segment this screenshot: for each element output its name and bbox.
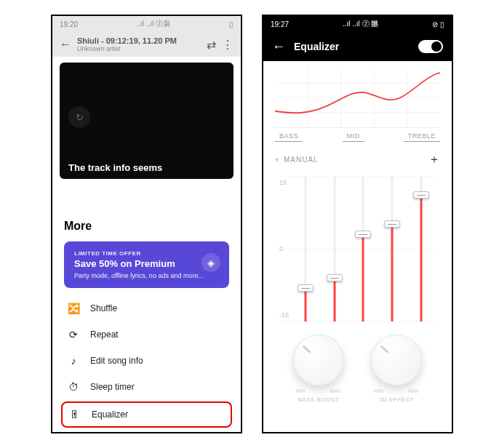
menu-sleep-timer[interactable]: ⏱ Sleep timer bbox=[64, 374, 229, 400]
band-bass[interactable]: BASS bbox=[275, 132, 303, 142]
eq-slider-2[interactable] bbox=[320, 176, 349, 321]
eq-slider-5[interactable] bbox=[407, 176, 436, 321]
repeat-icon: ⟳ bbox=[67, 329, 80, 340]
knobs-row: MINMAX BASS BOOST MINMAX 3D EFFECT bbox=[275, 335, 440, 403]
enable-toggle[interactable] bbox=[418, 40, 443, 53]
phone-right: 19:27 ..ıl ..ıl ⓩ 嬲 ⊘ ▯ ← Equalizer BASS… bbox=[262, 15, 453, 433]
track-title: Shiuli - 09:12:19, 11.20 PM bbox=[77, 36, 201, 45]
menu-label: Repeat bbox=[90, 329, 119, 340]
battery-icon: ⊘ ▯ bbox=[432, 20, 444, 28]
band-labels: BASS MID TREBLE bbox=[275, 132, 440, 142]
art-message: The track info seems bbox=[68, 162, 162, 173]
preset-row: ▾MANUAL ＋ bbox=[275, 152, 440, 167]
status-time: 19:27 bbox=[271, 20, 289, 28]
battery-icon: ▯ bbox=[229, 20, 233, 28]
refresh-icon[interactable]: ↻ bbox=[68, 106, 90, 128]
menu-label: Equalizer bbox=[92, 409, 128, 420]
menu-repeat[interactable]: ⟳ Repeat bbox=[64, 321, 229, 348]
diamond-icon: ◈ bbox=[201, 253, 220, 272]
note-icon: ♪ bbox=[67, 355, 80, 367]
status-bar: 19:20 ..ıl ..ıl ⓩ枭 ▯ bbox=[52, 16, 241, 32]
add-preset-icon[interactable]: ＋ bbox=[428, 152, 440, 167]
more-sheet: More LIMITED TIME OFFER Save 50% on Prem… bbox=[52, 207, 241, 432]
eq-body: BASS MID TREBLE ▾MANUAL ＋ 150-15 MINMAX … bbox=[263, 61, 452, 410]
menu-label: Shuffle bbox=[90, 303, 117, 313]
phone-left: 19:20 ..ıl ..ıl ⓩ枭 ▯ ← Shiuli - 09:12:19… bbox=[51, 15, 242, 433]
status-time: 19:20 bbox=[60, 20, 78, 28]
eq-slider-4[interactable] bbox=[378, 176, 407, 321]
back-arrow-icon[interactable]: ← bbox=[272, 39, 285, 55]
promo-headline: Save 50% on Premium bbox=[74, 258, 219, 269]
promo-card[interactable]: LIMITED TIME OFFER Save 50% on Premium P… bbox=[64, 241, 229, 288]
eq-curve-chart bbox=[275, 68, 440, 128]
now-playing-bar: ← Shiuli - 09:12:19, 11.20 PM Unknown ar… bbox=[52, 32, 241, 57]
more-icon[interactable]: ⋮ bbox=[222, 38, 233, 52]
shuffle-icon: 🔀 bbox=[67, 303, 80, 314]
status-icons: ..ıl ..ıl ⓩ 嬲 bbox=[343, 19, 378, 29]
equalizer-icon: 🎚 bbox=[68, 409, 81, 420]
eq-slider-1[interactable] bbox=[291, 176, 320, 321]
preset-label[interactable]: ▾MANUAL bbox=[275, 156, 319, 164]
timer-icon: ⏱ bbox=[67, 381, 80, 393]
menu-shuffle[interactable]: 🔀 Shuffle bbox=[64, 295, 229, 321]
menu-equalizer[interactable]: 🎚 Equalizer bbox=[61, 401, 232, 428]
status-bar: 19:27 ..ıl ..ıl ⓩ 嬲 ⊘ ▯ bbox=[263, 16, 452, 32]
sheet-title: More bbox=[64, 220, 229, 233]
bass-boost-knob[interactable] bbox=[293, 335, 344, 385]
knob-label-3d: 3D EFFECT bbox=[371, 396, 422, 403]
menu-label: Sleep timer bbox=[90, 382, 135, 392]
eq-slider-3[interactable] bbox=[349, 176, 378, 321]
3d-effect-knob[interactable] bbox=[371, 335, 422, 385]
knob-label-bass: BASS BOOST bbox=[293, 396, 344, 403]
menu-edit-info[interactable]: ♪ Edit song info bbox=[64, 348, 229, 374]
eq-header: ← Equalizer bbox=[263, 32, 452, 61]
menu-label: Edit song info bbox=[90, 356, 143, 366]
promo-sub: Party mode, offline lyrics, no ads and m… bbox=[74, 272, 219, 279]
band-treble[interactable]: TREBLE bbox=[404, 132, 440, 142]
promo-tag: LIMITED TIME OFFER bbox=[74, 250, 219, 257]
queue-icon[interactable]: ⇄ bbox=[207, 38, 216, 52]
album-art: ↻ The track info seems bbox=[60, 63, 233, 179]
band-mid[interactable]: MID bbox=[343, 132, 364, 142]
back-arrow-icon[interactable]: ← bbox=[60, 38, 71, 51]
eq-sliders: 150-15 bbox=[279, 176, 436, 321]
status-icons: ..ıl ..ıl ⓩ枭 bbox=[137, 19, 171, 29]
slider-axis: 150-15 bbox=[279, 176, 291, 321]
track-artist: Unknown artist bbox=[77, 45, 201, 52]
page-title: Equalizer bbox=[294, 41, 410, 52]
